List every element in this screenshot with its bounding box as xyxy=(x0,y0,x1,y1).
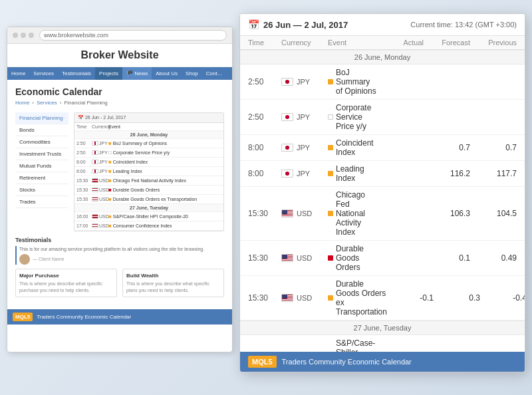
importance-bullet-icon xyxy=(328,145,333,150)
importance-bullet-icon xyxy=(328,255,333,261)
sidebar-item-mutual-funds[interactable]: Mutual Funds xyxy=(15,160,68,172)
table-row: 2:50 JPY BoJ Summary of Opinions xyxy=(240,65,525,100)
browser-dot-3 xyxy=(29,33,34,38)
col-actual: Actual xyxy=(377,39,424,47)
nav-services[interactable]: Services xyxy=(29,67,58,80)
sidebar-item-commodities[interactable]: Commodities xyxy=(15,136,68,148)
sidebar-item-stocks[interactable]: Stocks xyxy=(15,184,68,196)
flag-jp-icon xyxy=(281,144,293,152)
flag-jp-icon xyxy=(92,169,98,174)
flag-us-icon xyxy=(281,209,293,217)
calendar-column-headers: Time Currency Event Actual Forecast Prev… xyxy=(240,36,525,50)
nav-shop[interactable]: Shop xyxy=(182,67,202,80)
calendar-header: 📅 26 Jun — 2 Jul, 2017 Current time: 13:… xyxy=(240,14,525,36)
importance-bullet-icon xyxy=(328,211,333,216)
flag-jp-icon xyxy=(281,78,293,86)
broker-nav: Home Services Testimonials Projects 🏴 Ne… xyxy=(7,67,232,80)
calendar-body[interactable]: 26 June, Monday 2:50 JPY BoJ Summary of … xyxy=(240,50,525,352)
browser-bar: www.brokerwebsite.com xyxy=(7,27,232,44)
flag-us-icon xyxy=(92,214,98,219)
importance-bullet-icon xyxy=(328,171,333,176)
flag-jp-icon xyxy=(92,141,98,146)
sidebar-item-trades[interactable]: Trades xyxy=(15,196,68,208)
col-event: Event xyxy=(328,39,377,47)
nav-projects[interactable]: Projects xyxy=(95,67,122,80)
economic-calendar-panel: 📅 26 Jun — 2 Jul, 2017 Current time: 13:… xyxy=(239,13,525,372)
calendar-widget-header: 📅 26 Jun - 2 Jul, 2017 xyxy=(74,113,223,123)
broker-main-layout: Financial Planning › Bonds Commodities I… xyxy=(15,112,224,231)
calendar-widget-day-2: 27 June, Tuesday xyxy=(74,204,223,212)
broker-sidebar: Financial Planning › Bonds Commodities I… xyxy=(15,112,68,231)
sidebar-item-bonds[interactable]: Bonds xyxy=(15,124,68,136)
breadcrumb-home[interactable]: Home xyxy=(15,100,29,106)
flag-us-icon xyxy=(92,188,98,192)
table-row: 15:30 USD Durable Goods Orders ex Transp… xyxy=(240,276,525,321)
avatar xyxy=(19,254,30,265)
calendar-widget-row-8: 16:00 USD ■ S&P/Case-Shiller HPI Composi… xyxy=(74,212,223,221)
testimonial-author-1: — Client Name xyxy=(19,254,224,265)
calendar-date-range: 📅 26 Jun — 2 Jul, 2017 xyxy=(248,19,348,30)
mql5-logo: MQL5 xyxy=(248,356,277,368)
chevron-right-icon: › xyxy=(63,116,65,120)
sidebar-item-investment-trusts[interactable]: Investment Trusts xyxy=(15,148,68,160)
testimonial-item-1: This is for our amazing service providin… xyxy=(15,246,224,265)
calendar-widget-row-3: 8:00 JPY ■ Coincident Index xyxy=(74,158,223,167)
nav-about[interactable]: About Us xyxy=(152,67,182,80)
calendar-widget-col-headers: Time Currency Event xyxy=(74,123,223,131)
breadcrumb-services[interactable]: Services xyxy=(37,100,57,106)
browser-dot-1 xyxy=(13,33,18,38)
importance-bullet-icon xyxy=(328,295,333,301)
sidebar-item-retirement[interactable]: Retirement xyxy=(15,172,68,184)
flag-us-icon xyxy=(281,254,293,262)
broker-bottom-section: Major Purchase This is where you describ… xyxy=(15,269,224,298)
flag-jp-icon xyxy=(92,150,98,155)
broker-title: Broker Website xyxy=(15,49,224,61)
broker-panel: www.brokerwebsite.com Broker Website Hom… xyxy=(7,27,233,352)
table-row: 15:30 USD Durable Goods Orders 0.1 0.49 xyxy=(240,241,525,276)
calendar-widget-row-6: 15:30 USD ■ Durable Goods Orders xyxy=(74,186,223,195)
broker-page-title: Economic Calendar xyxy=(15,86,224,97)
calendar-widget-row-9: 17:00 USD ■ Consumer Confidence Index xyxy=(74,221,223,231)
mql5-tagline-small: Traders Community Economic Calendar xyxy=(37,314,131,320)
calendar-widget-row-7: 15:30 USD ■ Durable Goods Orders ex Tran… xyxy=(74,195,223,204)
testimonials-title: Testimonials xyxy=(15,237,224,243)
calendar-icon-small: 📅 xyxy=(78,115,84,120)
broker-content: Economic Calendar Home › Services › Fina… xyxy=(7,80,232,304)
current-time: Current time: 13:42 (GMT +3:00) xyxy=(410,21,517,29)
day-header-tuesday: 27 June, Tuesday xyxy=(240,321,525,335)
browser-dot-2 xyxy=(21,33,26,38)
nav-home[interactable]: Home xyxy=(7,67,29,80)
importance-bullet-icon xyxy=(328,114,333,120)
importance-bullet-icon xyxy=(328,79,333,84)
flag-jp-icon xyxy=(281,113,293,121)
broker-mql5-bar: MQL5 Traders Community Economic Calendar xyxy=(7,309,232,325)
nav-testimonials[interactable]: Testimonials xyxy=(58,67,95,80)
mql5-logo-small: MQL5 xyxy=(13,313,33,321)
browser-url[interactable]: www.brokerwebsite.com xyxy=(39,30,227,41)
flag-us-icon xyxy=(92,197,98,201)
flag-jp-icon xyxy=(92,160,98,164)
col-forecast: Forecast xyxy=(424,39,470,47)
col-time: Time xyxy=(248,39,281,47)
breadcrumb: Home › Services › Financial Planning xyxy=(15,100,224,106)
bottom-card-wealth: Build Wealth This is where you describe … xyxy=(122,269,224,298)
flag-us-icon xyxy=(92,178,98,183)
table-row: 15:30 USD Chicago Fed National Activity … xyxy=(240,187,525,241)
day-header-monday: 26 June, Monday xyxy=(240,50,525,65)
flag-us-icon xyxy=(92,223,98,228)
table-row: 16:00 USD S&P/Case-Shiller Home Price In… xyxy=(240,335,525,352)
table-row: 2:50 JPY Corporate Service Price y/y xyxy=(240,100,525,135)
bottom-card-purchase: Major Purchase This is where you describ… xyxy=(15,269,117,298)
broker-header: Broker Website xyxy=(7,44,232,67)
calendar-icon: 📅 xyxy=(248,19,259,30)
table-row: 8:00 JPY Coincident Index 0.7 0.7 xyxy=(240,135,525,161)
flag-us-icon xyxy=(281,294,293,302)
flag-jp-icon xyxy=(281,170,293,178)
calendar-footer: MQL5 Traders Community Economic Calendar xyxy=(240,352,525,372)
col-previous: Previous xyxy=(470,39,517,47)
nav-news[interactable]: 🏴 News xyxy=(122,67,152,80)
calendar-widget-row-2: 2:50 JPY □ Corporate Service Price y/y xyxy=(74,148,223,158)
broker-testimonials: Testimonials This is for our amazing ser… xyxy=(15,237,224,265)
sidebar-item-financial-planning[interactable]: Financial Planning › xyxy=(15,112,68,124)
nav-cont[interactable]: Cont... xyxy=(202,67,226,80)
